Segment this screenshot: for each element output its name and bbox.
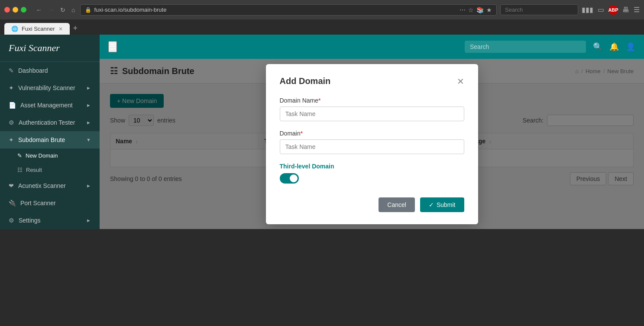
back-button[interactable]: ← — [34, 5, 44, 15]
third-level-group: Third-level Domain — [280, 163, 464, 184]
third-level-label: Third-level Domain — [280, 163, 464, 170]
add-domain-modal: Add Domain ✕ Domain Name* Domain* — [266, 64, 478, 224]
acunetix-icon: ❤ — [9, 182, 14, 189]
toggle-slider — [280, 173, 299, 184]
chevron-right-icon-4: ► — [86, 183, 91, 188]
sidebar-label-port: Port Scanner — [20, 200, 56, 207]
sidebar-item-acunetix[interactable]: ❤ Acunetix Scanner ► — [0, 177, 100, 194]
auth-icon: ⚙ — [9, 119, 14, 126]
asset-icon: 📄 — [9, 102, 16, 109]
sync-icon: 🖶 — [622, 6, 629, 14]
maximize-button[interactable] — [21, 7, 26, 13]
sidebar-item-vulnerability-scanner[interactable]: ✦ Vulnerability Scanner ► — [0, 79, 100, 97]
sidebar-item-dashboard[interactable]: ✎ Dashboard — [0, 62, 100, 79]
browser-search-input[interactable] — [500, 4, 578, 15]
chevron-right-icon-2: ► — [86, 103, 91, 108]
topbar-icons: 🔍 🔔 👤 — [593, 42, 635, 52]
library-icon: ▮▮▮ — [582, 6, 593, 14]
modal-close-button[interactable]: ✕ — [457, 76, 464, 87]
browser-chrome: ← → ↻ ⌂ 🔒 fuxi-scan.io/subdomain-brute ⋯… — [0, 0, 644, 19]
third-level-toggle[interactable] — [280, 173, 299, 184]
domain-name-label: Domain Name* — [280, 97, 464, 104]
home-button[interactable]: ⌂ — [70, 5, 77, 15]
menu-icon: ☰ — [634, 6, 640, 14]
tab-bar: 🌐 Fuxi Scanner ✕ + — [0, 19, 644, 35]
settings-icon: ⚙ — [9, 217, 14, 224]
sidebar-label-settings: Settings — [19, 217, 41, 224]
browser-toolbar: ▮▮▮ ▭ ABP 🖶 ☰ — [582, 5, 640, 15]
subdomain-icon: ✦ — [9, 136, 14, 143]
address-bar[interactable]: 🔒 fuxi-scan.io/subdomain-brute ⋯ ☆ 📚 ★ — [80, 4, 497, 16]
sidebar-subitem-result[interactable]: ☷ Result — [17, 163, 100, 177]
topbar-search-input[interactable] — [465, 41, 586, 53]
domain-group: Domain* — [280, 130, 464, 154]
chevron-right-icon-5: ► — [86, 218, 91, 223]
topbar: ☰ 🔍 🔔 👤 — [100, 35, 644, 59]
chevron-down-icon: ▼ — [86, 137, 91, 142]
new-domain-icon: ✎ — [17, 152, 22, 159]
vulnerability-icon: ✦ — [9, 84, 14, 91]
url-text: fuxi-scan.io/subdomain-brute — [94, 6, 166, 13]
domain-label: Domain* — [280, 130, 464, 137]
tab-label: Fuxi Scanner — [22, 26, 55, 32]
domain-input[interactable] — [280, 139, 464, 154]
tab-favicon: 🌐 — [11, 26, 18, 32]
subdomain-sub-menu: ✎ New Domain ☷ Result — [0, 148, 100, 177]
reload-button[interactable]: ↻ — [58, 5, 67, 15]
sidebar-label-asset: Asset Management — [20, 102, 73, 109]
check-icon: ✓ — [429, 201, 434, 208]
bell-icon[interactable]: 🔔 — [609, 42, 619, 52]
user-icon[interactable]: 👤 — [626, 42, 635, 52]
dashboard-icon: ✎ — [9, 67, 14, 74]
bookmark-icon: ☆ — [468, 6, 474, 13]
browser-navigation: ← → ↻ ⌂ — [34, 5, 77, 15]
modal-footer: Cancel ✓ Submit — [280, 197, 464, 212]
active-tab[interactable]: 🌐 Fuxi Scanner ✕ — [4, 23, 70, 35]
sidebar-logo: Fuxi Scanner — [0, 35, 100, 62]
forward-button[interactable]: → — [46, 5, 56, 15]
sidebar-label-auth: Authentication Tester — [19, 119, 75, 126]
sidebar-label-new-domain: New Domain — [26, 152, 58, 159]
sidebar-item-asset-management[interactable]: 📄 Asset Management ► — [0, 97, 100, 114]
modal-overlay[interactable]: Add Domain ✕ Domain Name* Domain* — [100, 59, 644, 229]
cancel-button[interactable]: Cancel — [379, 197, 415, 212]
reading-icon: 📚 — [476, 6, 484, 13]
lock-icon: 🔒 — [85, 7, 91, 13]
sidebar-item-subdomain-brute[interactable]: ✦ Subdomain Brute ▼ — [0, 131, 100, 148]
sidebar-item-port-scanner[interactable]: 🔌 Port Scanner — [0, 194, 100, 212]
window-controls — [4, 7, 26, 13]
sidebar-label-acunetix: Acunetix Scanner — [18, 182, 66, 189]
hamburger-button[interactable]: ☰ — [108, 41, 117, 52]
search-icon[interactable]: 🔍 — [593, 42, 602, 52]
required-star-2: * — [301, 130, 303, 137]
star-icon: ★ — [486, 6, 492, 13]
port-icon: 🔌 — [9, 200, 16, 207]
main-content: ☷ Subdomain Brute ⌂ / Home / New Brute +… — [100, 59, 644, 229]
more-icon: ⋯ — [460, 6, 466, 13]
adblock-icon: ABP — [608, 5, 618, 15]
result-icon: ☷ — [17, 167, 23, 173]
submit-button[interactable]: ✓ Submit — [420, 197, 464, 212]
sidebar-label-result: Result — [26, 167, 42, 173]
modal-title: Add Domain — [280, 76, 331, 86]
modal-header: Add Domain ✕ — [280, 76, 464, 87]
domain-name-input[interactable] — [280, 107, 464, 121]
sidebar-label-dashboard: Dashboard — [18, 67, 48, 74]
sidebar-item-settings[interactable]: ⚙ Settings ► — [0, 212, 100, 229]
new-tab-button[interactable]: + — [70, 22, 81, 35]
sidebar-subitem-new-domain[interactable]: ✎ New Domain — [17, 148, 100, 163]
right-section: ☰ 🔍 🔔 👤 ☷ Subdomain Brute ⌂ / Home / — [100, 35, 644, 229]
domain-name-group: Domain Name* — [280, 97, 464, 121]
main-wrapper: Fuxi Scanner ✎ Dashboard ✦ Vulnerability… — [0, 35, 644, 229]
required-star: * — [318, 97, 320, 104]
sidebar-label-vulnerability: Vulnerability Scanner — [18, 84, 75, 91]
chevron-right-icon: ► — [86, 85, 91, 90]
sidebar-item-authentication-tester[interactable]: ⚙ Authentication Tester ► — [0, 114, 100, 131]
tab-close-icon[interactable]: ✕ — [58, 26, 63, 32]
chevron-right-icon-3: ► — [86, 120, 91, 125]
sidebar-label-subdomain: Subdomain Brute — [18, 136, 65, 143]
minimize-button[interactable] — [13, 7, 18, 13]
sidebar: Fuxi Scanner ✎ Dashboard ✦ Vulnerability… — [0, 35, 100, 229]
close-button[interactable] — [4, 7, 10, 13]
sidebar-toggle-icon: ▭ — [598, 6, 604, 14]
